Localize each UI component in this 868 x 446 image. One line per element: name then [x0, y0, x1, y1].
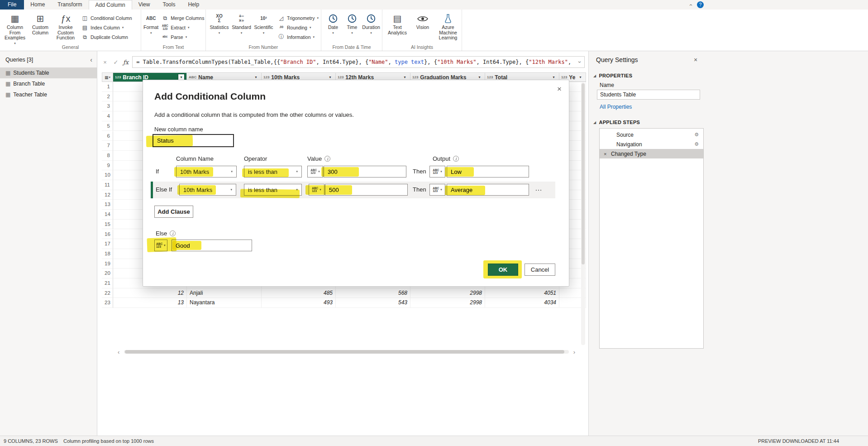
else-if-column-select[interactable]: 10th Marks▾ — [179, 184, 236, 196]
tab-tools[interactable]: Tools — [156, 0, 181, 10]
all-properties-link[interactable]: All Properties — [600, 104, 632, 110]
tab-help[interactable]: Help — [181, 0, 205, 10]
scroll-right-icon[interactable]: › — [573, 349, 575, 355]
row-number[interactable]: 7 — [102, 141, 113, 151]
query-name-input[interactable] — [597, 90, 700, 100]
horizontal-scrollbar[interactable]: ‹ › — [118, 348, 575, 356]
grid-cell[interactable]: 12 — [113, 288, 187, 298]
if-output-input[interactable] — [447, 166, 529, 177]
invoke-custom-function-button[interactable]: ƒxInvoke Custom Function — [53, 11, 78, 41]
tab-file[interactable]: File — [0, 0, 24, 10]
collapse-ribbon-icon[interactable]: › — [687, 4, 694, 6]
if-column-select[interactable]: 10th Marks▾ — [176, 166, 237, 177]
add-clause-button[interactable]: Add Clause — [154, 206, 193, 218]
row-number[interactable]: 10 — [102, 170, 113, 180]
else-if-output-input[interactable] — [447, 184, 529, 196]
row-number[interactable]: 5 — [102, 121, 113, 131]
row-number[interactable]: 1 — [102, 82, 113, 92]
column-from-examples-button[interactable]: ▦Column From Examples▾ — [2, 11, 28, 45]
else-if-output-type-button[interactable]: ABC123▾ — [429, 184, 445, 196]
duration-button[interactable]: Duration▾ — [362, 11, 381, 35]
query-item-students-table[interactable]: ▦Students Table — [0, 67, 97, 78]
tab-transform[interactable]: Transform — [51, 0, 88, 10]
grid-cell[interactable]: 4034 — [485, 298, 559, 308]
custom-column-button[interactable]: ⊞Custom Column — [28, 11, 53, 35]
duplicate-column-button[interactable]: ⧉Duplicate Column — [80, 32, 134, 42]
row-number[interactable]: 11 — [102, 180, 113, 190]
row-number[interactable]: 6 — [102, 131, 113, 141]
applied-step-navigation[interactable]: Navigation⚙ — [600, 139, 703, 149]
gear-icon[interactable]: ⚙ — [694, 141, 699, 147]
standard-button[interactable]: +− ×÷Standard▾ — [230, 11, 253, 35]
row-number[interactable]: 18 — [102, 249, 113, 259]
dialog-close-icon[interactable]: × — [557, 85, 562, 94]
text-analytics-button[interactable]: ▤Text Analytics — [385, 11, 410, 35]
query-settings-close-icon[interactable]: × — [694, 56, 697, 63]
index-column-button[interactable]: ▤Index Column▾ — [80, 23, 134, 32]
else-output-input[interactable] — [172, 240, 252, 251]
ok-button[interactable]: OK — [488, 264, 518, 276]
commit-formula-icon[interactable]: ✓ — [112, 59, 120, 66]
trigonometry-button[interactable]: ◿Trigonometry▾ — [277, 13, 320, 23]
grid-cell[interactable]: Nayantara — [187, 298, 262, 308]
merge-columns-button[interactable]: ⧉Merge Columns — [160, 13, 205, 23]
delete-step-icon[interactable]: × — [604, 151, 606, 157]
scroll-left-icon[interactable]: ‹ — [118, 349, 119, 355]
tab-view[interactable]: View — [132, 0, 157, 10]
row-options-ellipsis[interactable]: … — [535, 184, 543, 192]
if-value-type-button[interactable]: ABC123▾ — [307, 166, 323, 177]
row-number[interactable]: 9 — [102, 161, 113, 171]
tab-home[interactable]: Home — [24, 0, 51, 10]
conditional-column-button[interactable]: ◫Conditional Column — [80, 13, 134, 23]
applied-step-changed-type[interactable]: ×Changed Type — [600, 149, 703, 158]
scientific-button[interactable]: 10²Scientific▾ — [253, 11, 275, 35]
tab-add-column[interactable]: Add Column — [89, 0, 132, 10]
format-button[interactable]: ABCFormat▾ — [143, 11, 158, 35]
hscroll-thumb[interactable] — [125, 350, 564, 354]
properties-section-header[interactable]: ◢ PROPERTIES — [593, 73, 632, 78]
rounding-button[interactable]: .00Rounding▾ — [277, 23, 320, 32]
row-number[interactable]: 15 — [102, 220, 113, 230]
cancel-button[interactable]: Cancel — [525, 264, 555, 276]
row-number[interactable]: 14 — [102, 210, 113, 220]
new-column-name-input[interactable] — [153, 134, 234, 147]
else-if-value-input[interactable] — [325, 184, 408, 196]
if-output-type-button[interactable]: ABC123▾ — [429, 166, 445, 177]
row-number[interactable]: 22 — [102, 288, 113, 298]
azure-machine-learning-button[interactable]: Azure Machine Learning — [435, 11, 461, 41]
row-number[interactable]: 3 — [102, 101, 113, 111]
gear-icon[interactable]: ⚙ — [694, 132, 699, 138]
vscroll-thumb[interactable] — [582, 83, 585, 264]
row-number[interactable]: 13 — [102, 200, 113, 210]
select-all-button[interactable]: ▦ ▾ — [102, 72, 113, 82]
row-number[interactable]: 8 — [102, 151, 113, 161]
profiling-note[interactable]: Column profiling based on top 1000 rows — [63, 438, 154, 444]
grid-cell[interactable]: 4051 — [485, 288, 559, 298]
row-number[interactable]: 12 — [102, 190, 113, 200]
row-number[interactable]: 16 — [102, 230, 113, 240]
parse-button[interactable]: abcParse▾ — [160, 32, 205, 42]
grid-cell[interactable]: 2998 — [410, 288, 485, 298]
query-item-teacher-table[interactable]: ▦Teacher Table — [0, 89, 97, 100]
formula-input[interactable]: = Table.TransformColumnTypes(Table1_Tabl… — [132, 56, 585, 68]
collapse-queries-icon[interactable]: ‹ — [90, 56, 92, 63]
applied-step-source[interactable]: Source⚙ — [600, 130, 703, 139]
else-output-type-button[interactable]: ABC123▾ — [154, 240, 167, 251]
help-icon[interactable]: ? — [697, 1, 704, 8]
time-button[interactable]: Time▾ — [343, 11, 362, 35]
filter-caret-icon[interactable]: ▾ — [577, 74, 584, 81]
information-button[interactable]: ⓘInformation▾ — [277, 32, 320, 42]
grid-cell[interactable]: 543 — [336, 298, 410, 308]
else-if-value-type-button[interactable]: ABC123▾ — [309, 184, 324, 196]
grid-cell[interactable]: 2998 — [410, 298, 485, 308]
query-item-branch-table[interactable]: ▦Branch Table — [0, 78, 97, 89]
row-number[interactable]: 4 — [102, 111, 113, 121]
grid-cell[interactable]: 485 — [262, 288, 336, 298]
if-value-input[interactable] — [324, 166, 406, 177]
row-number[interactable]: 2 — [102, 92, 113, 102]
discard-formula-icon[interactable]: × — [101, 59, 109, 66]
grid-cell[interactable]: 13 — [113, 298, 187, 308]
grid-cell[interactable]: Anjali — [187, 288, 262, 298]
row-number[interactable]: 23 — [102, 298, 113, 308]
if-operator-select[interactable]: is less than▾ — [244, 166, 302, 177]
